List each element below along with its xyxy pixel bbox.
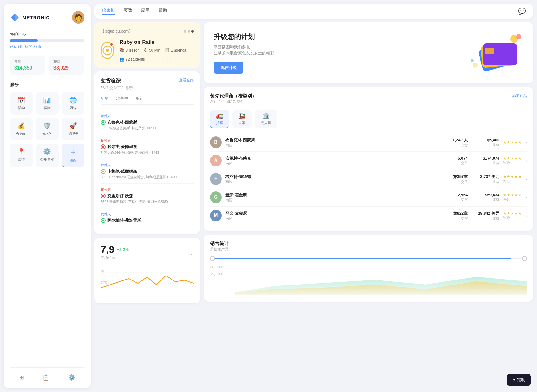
top-nav: 仪表板 页数 应用 帮助 💬 [94, 4, 533, 19]
agenda-icon: 📋 [165, 48, 170, 52]
agent-arrow-5[interactable]: › [526, 213, 527, 218]
service-item-public[interactable]: ⚙️ 公用事业 [36, 144, 58, 167]
sidebar-header: METRONIC 🧑 [10, 11, 84, 24]
agent-region-1: 南区 [225, 143, 442, 148]
agent-row-2: A 安妮特·布莱克 南区 6,074 交货 $174,074 收益 [210, 152, 527, 170]
delivery-name-2: 拉尔夫·爱德华兹 [101, 144, 194, 150]
course-url: 【biqubiqu.com】 [101, 29, 133, 34]
slider-thumb-left[interactable] [210, 256, 215, 261]
delivery-role-5: 发件人 [101, 212, 194, 217]
agent-tab-drone[interactable]: 🏛️ 无人机 [255, 110, 277, 128]
service-item-insurance[interactable]: 📊 保险 [36, 92, 58, 115]
slider-thumb-right[interactable] [522, 256, 527, 261]
stats-trend: +2.2% [117, 247, 128, 252]
nurse-label: 护理卡 [68, 131, 78, 136]
service-item-nurse[interactable]: 🚀 护理卡 [62, 118, 84, 140]
logo-icon [10, 12, 20, 22]
customize-button[interactable]: ✦ 定制 [507, 374, 531, 386]
agent-revenue-4: $59,634 收益 [471, 193, 499, 202]
agent-arrow-2[interactable]: › [526, 158, 527, 163]
nav-pages[interactable]: 页数 [124, 8, 132, 15]
stats-more-icon[interactable]: ··· [189, 251, 194, 258]
view-all-button[interactable]: 查看全部 [179, 78, 194, 83]
avatar[interactable]: 🧑 [72, 11, 84, 24]
sidebar-footer: ⊞ 📋 ⚙️ [10, 367, 84, 381]
agent-tab-train[interactable]: 🚂 火车 [232, 110, 252, 128]
agent-region-4: 南区 [225, 198, 442, 203]
delivery-addr-3: 3891 Ranchview 理查森博士, 加利福尼亚州 62639 [101, 175, 194, 180]
agent-region-5: 南区 [225, 216, 442, 221]
agent-rating-4: ★★★★★ 评分 [503, 193, 522, 202]
nav-dashboard[interactable]: 仪表板 [102, 8, 115, 15]
dot-3 [191, 30, 194, 33]
sales-more-icon[interactable]: ··· [522, 241, 527, 256]
delivery-name-4: 克里斯汀·沃森 [101, 193, 194, 199]
service-item-finance[interactable]: 💰 金融的 [10, 118, 33, 140]
logo-area: METRONIC [10, 12, 50, 22]
svg-point-10 [473, 63, 478, 68]
delivery-name-1: 布鲁克林·西蒙斯 [101, 120, 194, 125]
sales-slider [210, 258, 527, 259]
upgrade-illustration [467, 31, 523, 75]
service-item-add[interactable]: + 添新 [62, 144, 84, 167]
notification-icon[interactable]: 💬 [518, 7, 526, 15]
sales-card: 销售统计 最畅销产品 ··· [204, 235, 533, 302]
agent-info-2: 安妮特·布莱克 南区 [225, 156, 442, 166]
service-item-host[interactable]: 📍 款待 [10, 144, 33, 167]
budget-value: $14,350 [14, 65, 41, 71]
truck-icon: 🚛 [216, 112, 223, 119]
layers-icon[interactable]: ⊞ [19, 374, 24, 381]
expense-card: 花费 $8,029 [49, 56, 84, 75]
service-item-network[interactable]: 🌐 网络 [62, 92, 84, 115]
add-product-button[interactable]: 添加产品 [512, 93, 527, 98]
agent-revenue-2: $174,074 收益 [471, 156, 499, 165]
nav-links: 仪表板 页数 应用 帮助 [102, 8, 167, 15]
tab-new[interactable]: 新的 [101, 96, 109, 104]
agent-row-4: G 盖伊·霍金斯 南区 2,954 交货 $59,634 收益 [210, 188, 527, 207]
sales-header: 销售统计 最畅销产品 ··· [210, 241, 527, 256]
agent-tabs: 🚛 货车 🚂 火车 🏛️ 无人机 [210, 110, 527, 128]
agent-row-3: E 埃丝特·霍华德 南区 第357章 交货 2,737 美元 收益 [210, 170, 527, 188]
upgrade-button[interactable]: 现在升级 [214, 62, 243, 74]
agent-arrow-1[interactable]: › [526, 140, 527, 145]
stats-chart: 10 7.75 [101, 266, 194, 297]
progress-bar-fill [10, 39, 38, 42]
delivery-addr-2: 星家大道2464号 梅萨, 新泽西州 45463 [101, 150, 194, 155]
delivery-item-4: 接收者 克里斯汀·沃森 8502 普雷斯顿路, 英格尔伍德, 缅因州 98380 [101, 184, 194, 208]
agent-tab-truck[interactable]: 🚛 货车 [210, 110, 229, 128]
agent-name-3: 埃丝特·霍华德 [225, 174, 442, 180]
agent-rating-3: ★★★★★ 评分 [503, 175, 522, 184]
status-circle-4 [101, 194, 106, 198]
expense-value: $8,029 [53, 65, 80, 71]
agent-arrow-4[interactable]: › [526, 195, 527, 200]
status-circle-3 [101, 169, 106, 174]
delivery-title: 交货追踪 [101, 78, 121, 84]
host-label: 款待 [18, 157, 25, 162]
public-label: 公用事业 [40, 157, 54, 162]
course-dots [184, 30, 194, 33]
service-item-activities[interactable]: 📅 活动 [10, 92, 33, 115]
delivery-item-2: 接收者 拉尔夫·爱德华兹 星家大道2464号 梅萨, 新泽西州 45463 [101, 134, 194, 159]
course-lessons: 📚 3 lesson [119, 48, 139, 52]
sales-title: 销售统计 [210, 241, 229, 247]
settings-icon[interactable]: ⚙️ [68, 374, 75, 381]
nav-help[interactable]: 帮助 [158, 8, 167, 15]
agent-rating-1: ★★★★★ [503, 140, 522, 144]
agent-arrow-3[interactable]: › [526, 176, 527, 181]
delivery-addr-1: 6391 埃尔全塞莱斯, 特拉华州 10299 [101, 126, 194, 130]
agents-table: B 布鲁克林·西蒙斯 南区 1,240 人 交货 $5,400 收益 [210, 133, 527, 225]
nav-apps[interactable]: 应用 [141, 8, 150, 15]
tab-preparing[interactable]: 准备中 [116, 96, 128, 104]
svg-point-9 [516, 34, 521, 39]
add-label: 添新 [70, 158, 76, 163]
dot-1 [184, 30, 186, 33]
document-icon[interactable]: 📋 [43, 374, 49, 381]
agent-rating-2: ★★★★★ 评分 [503, 156, 522, 165]
service-item-tech[interactable]: 🛡️ 技术的 [36, 118, 58, 140]
course-meta: 📚 3 lesson ⏱ 50 Min 📋 1 agenda [119, 48, 194, 62]
goal-percent: 已达到目标的 37% [10, 44, 84, 49]
agent-name-1: 布鲁克林·西蒙斯 [225, 137, 442, 143]
public-icon: ⚙️ [43, 148, 51, 155]
tab-shipping[interactable]: 船运 [136, 96, 144, 104]
drone-icon: 🏛️ [263, 112, 270, 119]
